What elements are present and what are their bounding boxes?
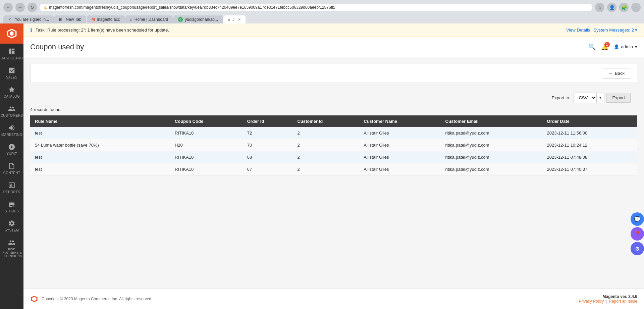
tab-favicon: G [178,17,183,22]
marketing-icon [8,124,15,132]
notification-badge: 1 [604,42,610,47]
tab-active[interactable]: # # ✕ [223,15,246,23]
sidebar-item-label: FIND PARTNERS & EXTENSIONS [2,248,22,258]
tab-close-icon[interactable]: ✕ [238,17,241,22]
footer-logo-icon [30,295,38,303]
sidebar-item-find-partners[interactable]: FIND PARTNERS & EXTENSIONS [0,235,23,260]
admin-label: admin [621,44,633,49]
tab-label: magento acc [97,17,120,22]
records-count: 4 records found [30,107,637,115]
sidebar-item-dashboard[interactable]: DASHBOARD [0,44,23,63]
back-browser-button[interactable]: ← [3,3,13,12]
sidebar-item-system[interactable]: SYSTEM [0,216,23,235]
catalog-icon [8,86,15,93]
tab-label: Home | Dashboard [135,17,168,22]
sidebar-item-yudiz[interactable]: YUDIZ [0,139,23,158]
table-row: testRITIKA10682Allistair Gilesritika.pat… [30,151,637,163]
search-button[interactable]: 🔍 [588,43,596,51]
floating-settings-button[interactable]: ⚙ [631,242,644,255]
tab-favicon: ✓ [8,17,13,22]
header-right: 🔍 🔔 1 👤 admin ▾ [588,43,637,51]
export-toolbar: Export to: CSV ▾ Export [30,89,637,107]
content-body: ← Back Export to: CSV ▾ Export 4 records… [23,57,644,289]
tab-label: You are signed in... [15,17,49,22]
export-label: Export to: [552,95,571,100]
sidebar-item-reports[interactable]: REPORTS [0,177,23,197]
col-coupon-code: Coupon Code [170,115,243,127]
tab-magento-acc[interactable]: M magento acc [87,15,125,23]
cell-3: 2 [292,163,359,175]
table-row: testRITIKA10722Allistair Gilesritika.pat… [30,127,637,139]
admin-dropdown-icon: ▾ [635,44,637,49]
cell-0: $4 Luma water bottle (save 70%) [30,139,170,151]
url-text: magentofresh.com/magentofresh/yudiz_coup… [49,5,335,10]
export-button[interactable]: Export [606,93,631,103]
sidebar: DASHBOARD SALES CATALOG CUSTOMERS MARKET… [0,23,23,309]
find-partners-icon [8,239,15,246]
view-details-link[interactable]: View Details [566,28,590,33]
sidebar-logo[interactable] [0,23,23,44]
export-dropdown-button[interactable]: ▾ [596,93,604,103]
table-row: $4 Luma water bottle (save 70%)H20702All… [30,139,637,151]
col-customer-name: Customer Name [359,115,440,127]
floating-chat-button[interactable]: 💬 [631,212,644,226]
notifications-button[interactable]: 🔔 1 [601,43,608,51]
cell-5: ritika.patel@yudiz.com [441,151,542,163]
cell-3: 2 [292,151,359,163]
sidebar-item-catalog[interactable]: CATALOG [0,82,23,101]
col-customer-email: Customer Email [441,115,542,127]
cell-6: 2023-12-11 07:40:37 [542,163,637,175]
profile-button[interactable]: 👤 [607,3,616,12]
tab-signed-in[interactable]: ✓ You are signed in... [3,15,54,23]
tab-home-dashboard[interactable]: ⌂ Home | Dashboard [125,15,173,23]
notification-bar: ℹ Task "Rule processing: 2": 1 item(s) h… [23,23,644,37]
sidebar-item-stores[interactable]: STORES [0,197,23,216]
footer-links: Privacy Policy | Report an Issue [579,299,637,304]
sidebar-item-content[interactable]: CONTENT [0,158,23,177]
cell-0: test [30,127,170,139]
menu-button[interactable]: ⋮ [631,3,641,12]
content-icon [8,162,15,170]
table-header-row: Rule Name Coupon Code Order Id Customer … [30,115,637,127]
report-issue-link[interactable]: Report an Issue [609,299,637,304]
sidebar-item-label: STORES [5,209,19,213]
yudiz-icon [8,143,15,151]
system-icon [8,220,15,227]
dashboard-icon [8,48,15,55]
back-button[interactable]: ← Back [603,68,630,79]
sidebar-item-label: SYSTEM [5,228,19,232]
page-footer: Copyright © 2023 Magento Commerce Inc. A… [23,289,644,309]
privacy-policy-link[interactable]: Privacy Policy [579,299,604,304]
data-table: Rule Name Coupon Code Order Id Customer … [30,115,637,175]
address-bar[interactable]: ⚠ magentofresh.com/magentofresh/yudiz_co… [40,4,592,11]
sidebar-item-sales[interactable]: SALES [0,63,23,82]
cell-6: 2023-12-11 11:56:00 [542,127,637,139]
table-row: testRITIKA10672Allistair Gilesritika.pat… [30,163,637,175]
sidebar-item-marketing[interactable]: MARKETING [0,120,23,139]
admin-user-menu[interactable]: 👤 admin ▾ [614,44,637,49]
main-content: ℹ Task "Rule processing: 2": 1 item(s) h… [23,23,644,309]
forward-browser-button[interactable]: → [15,3,25,12]
col-customer-id: Customer Id [292,115,359,127]
search-icon: 🔍 [588,44,596,50]
system-messages-link[interactable]: System Messages: 2 ▾ [593,28,637,33]
app-container: DASHBOARD SALES CATALOG CUSTOMERS MARKET… [0,23,644,309]
cell-4: Allistair Giles [359,163,440,175]
export-format-select[interactable]: CSV [574,93,596,103]
sidebar-item-customers[interactable]: CUSTOMERS [0,101,23,120]
floating-help-button[interactable]: ❓ [631,227,644,241]
tab-label: New Tab [66,17,81,22]
reports-icon [8,182,15,189]
footer-right: Magento ver. 2.4.6 Privacy Policy | Repo… [579,294,637,304]
sales-icon [8,67,15,74]
cell-1: RITIKA10 [170,127,243,139]
extension-button[interactable]: 🧩 [619,3,629,12]
tab-yudiz[interactable]: G yudizgordhan/ad... [173,15,223,23]
reload-browser-button[interactable]: ↻ [28,3,37,12]
col-order-date: Order Date [542,115,637,127]
footer-version: ver. 2.4.6 [620,294,637,299]
sidebar-item-label: DASHBOARD [1,56,23,60]
tab-new[interactable]: ⊞ New Tab [54,15,86,23]
bookmark-button[interactable]: ☆ [595,3,604,12]
sidebar-item-label: SALES [6,75,17,79]
